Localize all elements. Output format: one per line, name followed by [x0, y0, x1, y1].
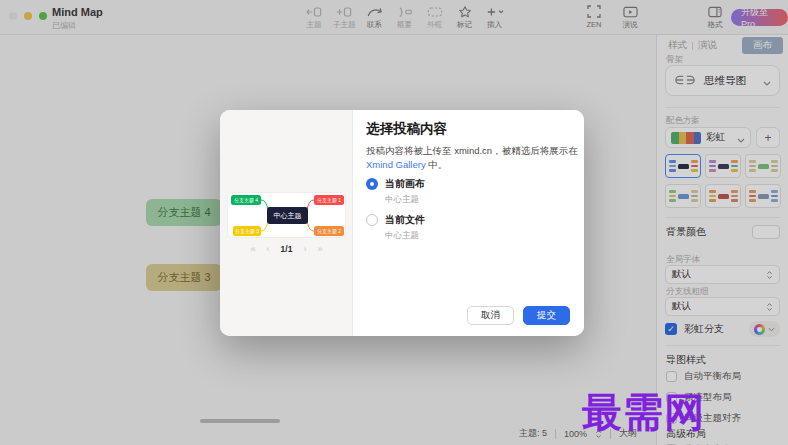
description-suffix: 中。: [426, 159, 448, 170]
first-page-button[interactable]: «: [251, 244, 256, 254]
option-sublabel: 中心主题: [385, 230, 425, 242]
cancel-button[interactable]: 取消: [467, 306, 514, 325]
option-current-canvas[interactable]: 当前画布 中心主题: [366, 177, 425, 206]
site-watermark: 最需网: [582, 390, 705, 434]
dialog-title: 选择投稿内容: [366, 120, 447, 138]
dialog-preview-pane: 中心主题 分支主题 4 分支主题 1 分支主题 3 分支主题 2 « ‹ 1/1…: [220, 110, 353, 336]
submit-content-dialog: 中心主题 分支主题 4 分支主题 1 分支主题 3 分支主题 2 « ‹ 1/1…: [220, 110, 584, 336]
option-current-file[interactable]: 当前文件 中心主题: [366, 213, 425, 242]
dialog-description: 投稿内容将被上传至 xmind.cn，被精选后将展示在 Xmind Galler…: [366, 144, 578, 172]
submit-button[interactable]: 提交: [523, 306, 570, 325]
radio-selected-icon[interactable]: [366, 178, 378, 190]
preview-branch-4: 分支主题 4: [231, 195, 261, 205]
dialog-content-pane: 选择投稿内容 投稿内容将被上传至 xmind.cn，被精选后将展示在 Xmind…: [353, 110, 584, 336]
option-label: 当前文件: [385, 213, 425, 227]
option-label: 当前画布: [385, 177, 425, 191]
preview-pagination: « ‹ 1/1 › »: [220, 244, 353, 254]
description-text: 投稿内容将被上传至 xmind.cn，被精选后将展示在: [366, 145, 578, 156]
last-page-button[interactable]: »: [317, 244, 322, 254]
submit-options: 当前画布 中心主题 当前文件 中心主题: [366, 177, 425, 242]
radio-unselected-icon[interactable]: [366, 214, 378, 226]
next-page-button[interactable]: ›: [303, 244, 306, 254]
option-sublabel: 中心主题: [385, 194, 425, 206]
preview-branch-2: 分支主题 2: [314, 226, 344, 236]
page-indicator: 1/1: [281, 244, 293, 254]
dialog-actions: 取消 提交: [467, 306, 570, 325]
prev-page-button[interactable]: ‹: [267, 244, 270, 254]
preview-central-topic: 中心主题: [267, 207, 308, 224]
map-preview-card: 中心主题 分支主题 4 分支主题 1 分支主题 3 分支主题 2: [227, 192, 346, 238]
preview-branch-1: 分支主题 1: [314, 195, 344, 205]
preview-branch-3: 分支主题 3: [233, 226, 261, 236]
app-window: Mind Map 已编辑 主题子主题联系概要外框标记插入 ZEN 演说: [0, 0, 788, 445]
xmind-gallery-link[interactable]: Xmind Gallery: [366, 159, 426, 170]
